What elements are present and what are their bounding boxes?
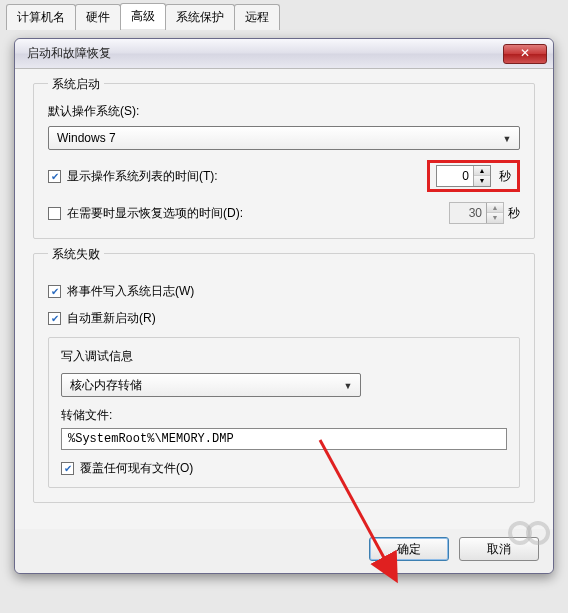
dialog-body: 系统启动 默认操作系统(S): Windows 7 ▼ 显示操作系统列表的时间(… <box>15 69 553 529</box>
show-os-list-checkbox[interactable] <box>48 170 61 183</box>
write-log-row: 将事件写入系统日志(W) <box>48 283 520 300</box>
debug-info-title: 写入调试信息 <box>61 348 507 365</box>
show-recovery-label: 在需要时显示恢复选项的时间(D): <box>67 205 243 222</box>
system-startup-group: 系统启动 默认操作系统(S): Windows 7 ▼ 显示操作系统列表的时间(… <box>33 83 535 239</box>
show-recovery-checkbox[interactable] <box>48 207 61 220</box>
dump-file-label: 转储文件: <box>61 407 507 424</box>
seconds-unit-1: 秒 <box>499 168 511 185</box>
ok-button[interactable]: 确定 <box>369 537 449 561</box>
timeout-highlight: ▲ ▼ 秒 <box>427 160 520 192</box>
tab-computer-name[interactable]: 计算机名 <box>6 4 76 30</box>
default-os-value: Windows 7 <box>57 131 116 145</box>
startup-recovery-dialog: 启动和故障恢复 ✕ 系统启动 默认操作系统(S): Windows 7 ▼ 显示… <box>14 38 554 574</box>
show-os-list-row: 显示操作系统列表的时间(T): ▲ ▼ 秒 <box>48 160 520 192</box>
titlebar[interactable]: 启动和故障恢复 ✕ <box>15 39 553 69</box>
chevron-down-icon: ▼ <box>499 131 515 147</box>
show-os-list-label: 显示操作系统列表的时间(T): <box>67 168 218 185</box>
spinner-up-icon[interactable]: ▲ <box>474 166 490 176</box>
seconds-unit-2: 秒 <box>508 205 520 222</box>
show-recovery-row: 在需要时显示恢复选项的时间(D): ▲ ▼ 秒 <box>48 202 520 224</box>
spinner-down-icon: ▼ <box>487 213 503 223</box>
watermark-icon <box>514 521 550 545</box>
overwrite-checkbox[interactable] <box>61 462 74 475</box>
recovery-timeout-spinner: ▲ ▼ <box>449 202 504 224</box>
debug-info-group: 写入调试信息 核心内存转储 ▼ 转储文件: 覆盖任何现有文件(O) <box>48 337 520 488</box>
dialog-footer: 确定 取消 <box>15 529 553 573</box>
system-failure-group: 系统失败 将事件写入系统日志(W) 自动重新启动(R) 写入调试信息 核心内存转… <box>33 253 535 503</box>
auto-restart-checkbox[interactable] <box>48 312 61 325</box>
os-list-timeout-input[interactable] <box>437 166 473 186</box>
tab-hardware[interactable]: 硬件 <box>75 4 121 30</box>
default-os-label: 默认操作系统(S): <box>48 103 520 120</box>
debug-dump-select[interactable]: 核心内存转储 ▼ <box>61 373 361 397</box>
recovery-timeout-input <box>450 203 486 223</box>
write-log-label: 将事件写入系统日志(W) <box>67 283 194 300</box>
os-list-timeout-spinner[interactable]: ▲ ▼ <box>436 165 491 187</box>
chevron-down-icon: ▼ <box>340 378 356 394</box>
system-failure-title: 系统失败 <box>48 246 104 263</box>
default-os-select[interactable]: Windows 7 ▼ <box>48 126 520 150</box>
write-log-checkbox[interactable] <box>48 285 61 298</box>
dialog-title: 启动和故障恢复 <box>27 45 503 62</box>
auto-restart-label: 自动重新启动(R) <box>67 310 156 327</box>
debug-dump-value: 核心内存转储 <box>70 378 142 392</box>
tab-system-protection[interactable]: 系统保护 <box>165 4 235 30</box>
close-button[interactable]: ✕ <box>503 44 547 64</box>
spinner-up-icon: ▲ <box>487 203 503 213</box>
spinner-down-icon[interactable]: ▼ <box>474 176 490 186</box>
property-tabs: 计算机名 硬件 高级 系统保护 远程 <box>6 4 279 30</box>
overwrite-label: 覆盖任何现有文件(O) <box>80 460 193 477</box>
tab-remote[interactable]: 远程 <box>234 4 280 30</box>
auto-restart-row: 自动重新启动(R) <box>48 310 520 327</box>
overwrite-row: 覆盖任何现有文件(O) <box>61 460 507 477</box>
dump-file-input[interactable] <box>61 428 507 450</box>
system-startup-title: 系统启动 <box>48 76 104 93</box>
close-icon: ✕ <box>520 46 530 60</box>
tab-advanced[interactable]: 高级 <box>120 3 166 29</box>
